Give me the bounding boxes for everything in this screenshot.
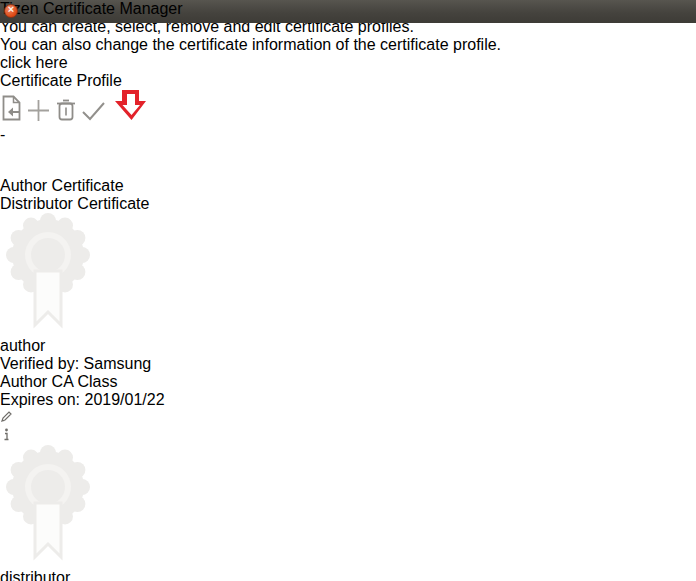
distributor-certificate-card[interactable]: distributor Verified by: Samsung Tizen D… bbox=[0, 445, 187, 581]
description-strip: You can create, select, remove and edit … bbox=[0, 18, 696, 54]
author-edit-button[interactable] bbox=[0, 409, 189, 427]
annotation-click-here-label: click here bbox=[0, 54, 696, 72]
author-certificate-heading: Author Certificate bbox=[0, 177, 696, 195]
redaction-blob bbox=[0, 154, 66, 169]
redaction-blob bbox=[0, 169, 50, 177]
titlebar: × Tizen Certificate Manager bbox=[0, 0, 696, 23]
profile-list-item[interactable]: - bbox=[0, 126, 696, 144]
author-certificate-card[interactable]: author Verified by: Samsung Author CA Cl… bbox=[0, 213, 189, 445]
tizen-certificate-manager-window: × Tizen Certificate Manager Preferences … bbox=[0, 0, 696, 581]
certificate-profile-title: Certificate Profile bbox=[0, 72, 696, 90]
annotation-arrow-icon bbox=[111, 90, 151, 122]
remove-icon[interactable] bbox=[55, 97, 77, 122]
certificate-ribbon-watermark bbox=[0, 213, 96, 333]
redaction-blob bbox=[0, 144, 43, 154]
main-area: Certificate Profile - bbox=[0, 72, 696, 581]
new-profile-icon[interactable] bbox=[0, 95, 23, 122]
certificate-ribbon-watermark bbox=[0, 445, 96, 565]
window-maximize-button[interactable] bbox=[0, 4, 14, 18]
apply-check-icon[interactable] bbox=[81, 100, 106, 122]
distributor-certificate-name: distributor bbox=[0, 569, 187, 581]
window-title: Tizen Certificate Manager bbox=[0, 0, 696, 18]
info-icon bbox=[0, 428, 13, 441]
distributor-certificate-heading: Distributor Certificate bbox=[0, 195, 696, 213]
author-info-button[interactable] bbox=[0, 427, 189, 445]
author-certificate-name: author bbox=[0, 337, 189, 355]
author-certificate-details: Verified by: Samsung Author CA Class Exp… bbox=[0, 355, 189, 409]
description-line-2: You can also change the certificate info… bbox=[0, 36, 696, 54]
certificate-profile-list[interactable]: - bbox=[0, 126, 696, 144]
pencil-icon bbox=[0, 410, 13, 423]
add-icon[interactable] bbox=[27, 99, 50, 122]
